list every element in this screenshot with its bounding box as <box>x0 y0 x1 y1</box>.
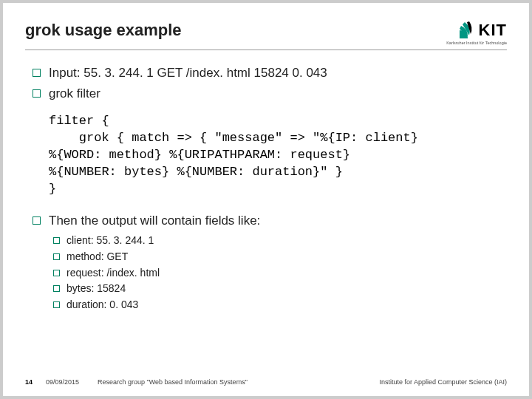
slide-content: Input: 55. 3. 244. 1 GET /index. html 15… <box>25 64 507 313</box>
field-duration: duration: 0. 043 <box>52 297 507 313</box>
main-list: Input: 55. 3. 244. 1 GET /index. html 15… <box>31 64 507 103</box>
page-number: 14 <box>25 378 46 386</box>
bullet-input: Input: 55. 3. 244. 1 GET /index. html 15… <box>31 64 507 83</box>
field-request: request: /index. html <box>52 265 507 282</box>
slide-title: grok usage example <box>25 21 182 40</box>
kit-logo: KIT Karlsruher Institut für Technologie <box>446 21 507 45</box>
logo-text: KIT <box>479 21 507 40</box>
bullet-filter: grok filter <box>31 84 507 103</box>
slide-footer: 14 09/09/2015 Research group "Web based … <box>3 378 529 386</box>
footer-date: 09/09/2015 <box>46 378 98 386</box>
field-client: client: 55. 3. 244. 1 <box>52 233 507 249</box>
footer-group: Research group "Web based Information Sy… <box>98 378 379 386</box>
field-method: method: GET <box>52 249 507 265</box>
code-block: filter { grok { match => { "message" => … <box>31 107 507 204</box>
kit-fan-icon <box>458 21 477 40</box>
footer-institute: Institute for Applied Computer Science (… <box>379 378 507 386</box>
logo-subtitle: Karlsruher Institut für Technologie <box>446 41 507 45</box>
slide-header: grok usage example KIT Karlsruher Instit… <box>25 21 507 50</box>
logo-row: KIT <box>458 21 507 40</box>
fields-list: client: 55. 3. 244. 1 method: GET reques… <box>31 233 507 313</box>
slide: grok usage example KIT Karlsruher Instit… <box>3 3 529 396</box>
field-bytes: bytes: 15824 <box>52 281 507 297</box>
output-list: Then the output will contain fields like… <box>31 211 507 231</box>
bullet-output: Then the output will contain fields like… <box>31 211 507 231</box>
